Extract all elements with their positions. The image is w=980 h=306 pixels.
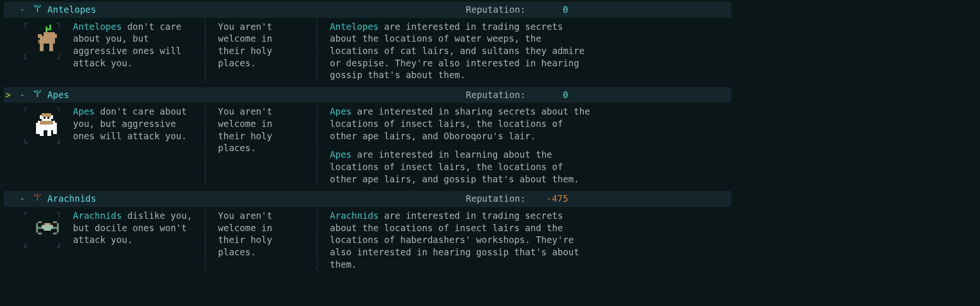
welcome-cell: You aren't welcome in their holy places. [211,21,311,81]
svg-rect-51 [42,225,53,229]
column-separator [205,21,206,81]
reputation-value: 0 [540,89,568,101]
disposition-subject: Arachnids [73,210,122,221]
faction-header[interactable]: - Arachnids Reputation: -475 [4,191,731,207]
faction-arachnids: - Arachnids Reputation: -475 ┌┐ └┘ [4,191,731,273]
interests-cell: Arachnids are interested in trading secr… [323,210,598,270]
svg-rect-39 [40,130,44,136]
faction-body: ┌┐ └┘ Arachnids dislike you, but docile … [4,207,731,273]
svg-rect-53 [49,223,51,225]
svg-rect-5 [38,6,38,7]
svg-rect-36 [40,121,53,125]
reputation-value: 0 [540,4,568,16]
faction-tree-icon [32,89,43,101]
faction-header[interactable]: - Antelopes Reputation: 0 [4,2,731,18]
column-separator [317,106,318,185]
svg-rect-1 [37,8,38,9]
svg-rect-56 [36,227,42,229]
interest-paragraph: Antelopes are interested in trading secr… [330,21,591,81]
column-separator [317,21,318,81]
faction-tree-icon [32,193,43,205]
disposition-cell: Apes don't care about you, but aggressiv… [66,106,199,185]
svg-rect-38 [53,123,57,134]
svg-rect-34 [47,117,49,119]
faction-apes: > - Apes Reputation: 0 ┌┐ └┘ [4,87,731,188]
svg-rect-48 [40,195,41,196]
svg-rect-31 [51,115,53,119]
faction-header[interactable]: > - Apes Reputation: 0 [4,87,731,103]
faction-antelopes: - Antelopes Reputation: 0 ┌┐ └┘ [4,2,731,84]
svg-rect-30 [40,115,42,119]
reputation-label: Reputation: [466,4,526,16]
reputation-label: Reputation: [466,89,526,101]
disposition-cell: Antelopes don't care about you, but aggr… [66,21,199,81]
interest-subject: Apes [330,106,352,117]
svg-rect-63 [57,229,59,233]
column-separator [205,106,206,185]
svg-rect-59 [53,233,57,234]
svg-rect-61 [57,223,59,227]
sprite-frame: ┌┐ └┘ [24,210,61,251]
svg-rect-45 [36,195,37,196]
svg-rect-60 [36,223,38,227]
svg-rect-24 [36,91,37,92]
svg-rect-19 [38,40,40,44]
svg-rect-4 [36,6,37,7]
sprite-frame: ┌┐ └┘ [24,21,61,62]
svg-rect-52 [44,223,45,225]
faction-name: Arachnids [47,193,96,205]
svg-rect-8 [37,5,38,6]
svg-rect-33 [44,117,45,119]
collapse-toggle[interactable]: - [17,193,27,205]
svg-rect-49 [37,194,38,195]
svg-rect-22 [36,91,36,92]
svg-rect-58 [38,233,42,234]
svg-rect-55 [53,221,57,223]
interest-subject: Arachnids [330,210,379,221]
interest-text: are interested in learning about the loc… [330,149,579,184]
svg-rect-43 [36,196,36,197]
sprite-frame: ┌┐ └┘ [24,106,61,146]
reputation-value: -475 [540,193,568,205]
svg-rect-14 [38,34,42,38]
interest-paragraph: Apes are interested in sharing secrets a… [330,106,591,142]
svg-rect-23 [38,91,39,92]
faction-name: Antelopes [47,4,96,16]
collapse-toggle[interactable]: - [17,89,27,101]
svg-rect-62 [36,229,38,233]
interests-cell: Apes are interested in sharing secrets a… [323,106,598,185]
welcome-cell: You aren't welcome in their holy places. [211,210,311,270]
faction-body: ┌┐ └┘ Apes don't care about you, but agg… [4,103,731,188]
welcome-cell: You aren't welcome in their holy places. [211,106,311,185]
svg-rect-40 [47,130,51,136]
faction-name: Apes [47,89,69,101]
svg-rect-10 [49,25,51,30]
faction-tree-icon [32,4,43,16]
svg-rect-46 [38,195,38,196]
collapse-toggle[interactable]: - [17,4,27,16]
svg-rect-42 [37,197,38,198]
svg-rect-9 [45,27,47,32]
interest-paragraph: Apes are interested in learning about th… [330,149,591,185]
svg-rect-2 [36,7,36,8]
svg-rect-57 [53,227,59,229]
interest-text: are interested in sharing secrets about … [330,106,590,141]
svg-rect-21 [37,93,38,94]
svg-rect-44 [38,196,39,197]
svg-rect-28 [37,90,38,91]
faction-body: ┌┐ └┘ Antelopes don't care about you, bu… [4,18,731,84]
interest-subject: Antelopes [330,21,379,32]
svg-rect-47 [34,195,35,196]
disposition-subject: Antelopes [73,21,122,32]
svg-rect-18 [49,44,53,51]
column-separator [317,210,318,270]
svg-rect-26 [34,90,35,91]
svg-rect-7 [40,5,41,6]
svg-rect-3 [38,7,39,8]
svg-rect-54 [38,221,42,223]
svg-rect-37 [36,123,40,134]
column-separator [205,210,206,270]
svg-rect-6 [34,5,35,6]
reputation-label: Reputation: [466,193,526,205]
disposition-cell: Arachnids dislike you, but docile ones w… [66,210,199,270]
